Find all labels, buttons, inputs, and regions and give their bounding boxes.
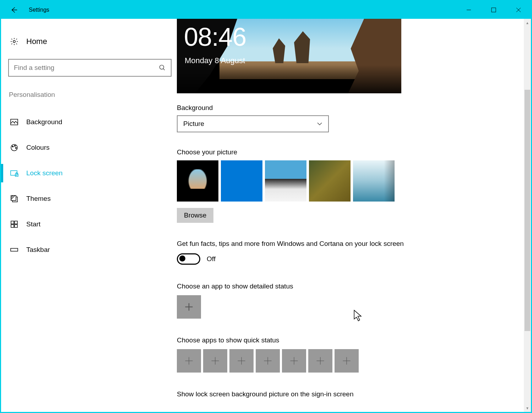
detailed-status-heading: Choose an app to show detailed status	[177, 282, 411, 290]
plus-icon	[184, 356, 194, 366]
background-dropdown[interactable]: Picture	[177, 115, 329, 132]
taskbar-icon	[10, 246, 18, 254]
signin-heading: Show lock screen background picture on t…	[177, 390, 411, 398]
sidebar-item-label: Lock screen	[26, 169, 63, 177]
sidebar: Home Personalisation Background Colours …	[1, 19, 177, 412]
sidebar-item-themes[interactable]: Themes	[8, 186, 177, 211]
fun-facts-heading: Get fun facts, tips and more from Window…	[177, 239, 404, 249]
minimize-icon	[466, 7, 471, 12]
close-icon	[516, 7, 521, 12]
plus-icon	[289, 356, 299, 366]
background-heading: Background	[177, 104, 411, 112]
svg-rect-17	[11, 225, 14, 227]
back-button[interactable]	[1, 1, 27, 19]
dropdown-value: Picture	[183, 120, 317, 128]
sidebar-item-colours[interactable]: Colours	[8, 135, 177, 160]
sidebar-item-background[interactable]: Background	[8, 109, 177, 135]
section-title: Personalisation	[8, 91, 177, 99]
add-quick-status-app[interactable]	[203, 349, 227, 373]
toggle-state: Off	[207, 255, 216, 263]
preview-date: Monday 8 August	[185, 56, 245, 65]
svg-rect-18	[15, 225, 17, 227]
scroll-up-icon[interactable]: ▲	[524, 19, 531, 27]
palette-icon	[10, 143, 18, 152]
maximize-button[interactable]	[481, 1, 506, 19]
svg-point-9	[12, 146, 13, 147]
svg-point-4	[13, 40, 15, 43]
svg-rect-19	[11, 248, 18, 251]
start-icon	[10, 220, 18, 228]
scrollbar[interactable]: ▲ ▼	[524, 19, 531, 412]
add-detailed-status-app[interactable]	[177, 295, 201, 319]
home-button[interactable]: Home	[8, 35, 177, 48]
maximize-icon	[491, 7, 496, 12]
picture-thumbnail[interactable]	[221, 160, 262, 202]
add-quick-status-app[interactable]	[177, 349, 201, 373]
sidebar-item-label: Background	[26, 118, 62, 126]
minimize-button[interactable]	[456, 1, 481, 19]
arrow-left-icon	[10, 6, 18, 14]
svg-line-6	[163, 69, 165, 70]
home-label: Home	[26, 37, 47, 46]
sidebar-item-taskbar[interactable]: Taskbar	[8, 237, 177, 263]
sidebar-item-label: Start	[26, 220, 40, 228]
search-input[interactable]	[14, 64, 159, 72]
scroll-down-icon[interactable]: ▼	[524, 404, 531, 412]
close-button[interactable]	[506, 1, 531, 19]
add-quick-status-app[interactable]	[335, 349, 359, 373]
svg-rect-16	[15, 221, 17, 224]
picture-icon	[10, 118, 18, 126]
plus-icon	[237, 356, 246, 366]
chevron-down-icon	[317, 121, 322, 127]
sidebar-item-label: Taskbar	[26, 246, 50, 254]
window-title: Settings	[29, 7, 49, 13]
titlebar: Settings	[1, 1, 531, 19]
add-quick-status-app[interactable]	[256, 349, 280, 373]
add-quick-status-app[interactable]	[229, 349, 254, 373]
plus-icon	[184, 302, 194, 312]
picture-thumbnail[interactable]	[177, 160, 218, 202]
lock-screen-preview: 08:46 Monday 8 August	[177, 19, 401, 93]
picture-thumbnail[interactable]	[265, 160, 306, 202]
choose-picture-heading: Choose your picture	[177, 148, 411, 156]
svg-point-10	[15, 145, 16, 147]
plus-icon	[210, 356, 220, 366]
gear-icon	[10, 37, 18, 46]
themes-icon	[10, 194, 18, 203]
svg-point-5	[160, 65, 164, 70]
plus-icon	[263, 356, 273, 366]
fun-facts-toggle[interactable]	[177, 253, 200, 265]
picture-thumbnail[interactable]	[353, 160, 395, 202]
add-quick-status-app[interactable]	[282, 349, 306, 373]
add-quick-status-app[interactable]	[308, 349, 332, 373]
quick-status-heading: Choose apps to show quick status	[177, 336, 411, 344]
search-box[interactable]	[8, 59, 172, 77]
svg-rect-1	[492, 8, 496, 12]
lock-screen-icon	[10, 169, 18, 177]
sidebar-item-lock-screen[interactable]: Lock screen	[8, 160, 177, 186]
scroll-thumb[interactable]	[525, 90, 530, 331]
svg-rect-15	[11, 221, 14, 224]
svg-point-11	[16, 148, 17, 149]
svg-rect-14	[11, 196, 16, 200]
plus-icon	[315, 356, 325, 366]
plus-icon	[342, 356, 352, 366]
preview-time: 08:46	[184, 22, 246, 51]
sidebar-item-label: Themes	[26, 195, 51, 203]
picture-thumbnails	[177, 160, 411, 202]
search-icon	[159, 64, 166, 71]
browse-button[interactable]: Browse	[177, 208, 213, 223]
quick-status-row	[177, 349, 411, 373]
sidebar-item-start[interactable]: Start	[8, 211, 177, 237]
picture-thumbnail[interactable]	[309, 160, 351, 202]
sidebar-item-label: Colours	[26, 144, 49, 152]
